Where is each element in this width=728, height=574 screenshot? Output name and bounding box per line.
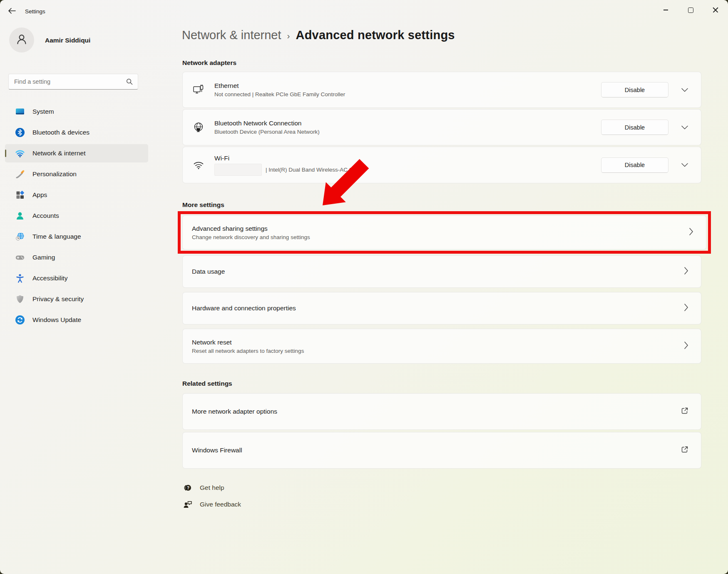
adapter-row-ethernet[interactable]: Ethernet Not connected | Realtek PCIe Gb… xyxy=(182,72,701,108)
red-highlight-box: Advanced sharing settings Change network… xyxy=(178,211,711,254)
sidebar-item-personalization[interactable]: Personalization xyxy=(5,165,148,183)
row-text: Hardware and connection properties xyxy=(192,304,684,312)
titlebar: Settings xyxy=(0,0,728,22)
adapter-subtitle: Bluetooth Device (Personal Area Network) xyxy=(214,129,601,135)
sidebar-item-apps[interactable]: Apps xyxy=(5,186,148,204)
row-subtitle: Reset all network adapters to factory se… xyxy=(192,348,684,354)
caption-controls xyxy=(653,0,728,20)
row-more-network-adapter-options[interactable]: More network adapter options xyxy=(182,393,701,430)
minimize-button[interactable] xyxy=(653,0,678,20)
row-title: More network adapter options xyxy=(192,408,681,415)
row-title: Data usage xyxy=(192,268,684,275)
disable-button-ethernet[interactable]: Disable xyxy=(601,82,668,97)
adapter-subtitle: Not connected | Realtek PCIe GbE Family … xyxy=(214,91,601,97)
sidebar-item-accessibility[interactable]: Accessibility xyxy=(5,269,148,287)
give-feedback-label: Give feedback xyxy=(200,501,241,508)
sidebar-item-time-language[interactable]: Time & language xyxy=(5,227,148,246)
disable-button-wifi[interactable]: Disable xyxy=(601,157,668,173)
bluetooth-icon xyxy=(15,127,25,137)
sidebar-item-label: Accessibility xyxy=(32,275,67,282)
user-name: Aamir Siddiqui xyxy=(45,37,90,44)
breadcrumb-parent[interactable]: Network & internet xyxy=(182,28,281,42)
sidebar-item-label: System xyxy=(32,108,54,115)
red-annotation-arrow xyxy=(291,157,373,211)
back-arrow-icon xyxy=(8,8,16,15)
ethernet-adapter-icon xyxy=(192,83,205,97)
adapter-row-wifi[interactable]: Wi-Fi | Intel(R) Dual Band Wireless-AC 3… xyxy=(182,147,701,183)
sidebar-item-label: Windows Update xyxy=(32,316,81,324)
section-label-more-settings: More settings xyxy=(182,201,224,209)
row-hardware-connection-properties[interactable]: Hardware and connection properties xyxy=(182,292,701,324)
chevron-down-icon[interactable] xyxy=(679,87,690,92)
windows-update-icon xyxy=(15,315,25,325)
maximize-icon xyxy=(688,7,693,13)
adapter-text: Bluetooth Network Connection Bluetooth D… xyxy=(214,120,601,135)
sidebar-item-network-internet[interactable]: Network & internet xyxy=(5,144,148,162)
chevron-down-icon[interactable] xyxy=(679,162,690,167)
settings-window: Settings Aamir Siddiqui System xyxy=(0,0,728,574)
privacy-security-icon xyxy=(15,294,25,304)
adapter-title: Wi-Fi xyxy=(214,155,601,162)
sidebar-item-label: Time & language xyxy=(32,233,81,240)
time-language-icon xyxy=(15,232,25,242)
row-text: Advanced sharing settings Change network… xyxy=(192,225,689,240)
svg-text:?: ? xyxy=(187,486,189,490)
chevron-right-icon xyxy=(689,227,693,237)
sidebar-item-system[interactable]: System xyxy=(5,102,148,121)
get-help-link[interactable]: ? Get help xyxy=(182,482,224,493)
gaming-icon xyxy=(15,252,25,262)
bluetooth-network-icon xyxy=(192,121,205,134)
search-box[interactable] xyxy=(8,74,138,90)
minimize-icon xyxy=(663,10,668,10)
apps-icon xyxy=(15,190,25,200)
sidebar-item-windows-update[interactable]: Windows Update xyxy=(5,311,148,329)
section-label-network-adapters: Network adapters xyxy=(182,59,236,67)
chevron-right-icon xyxy=(684,303,688,313)
personalization-icon xyxy=(15,169,25,179)
search-input[interactable] xyxy=(9,78,126,85)
disable-button-bluetooth[interactable]: Disable xyxy=(601,120,668,135)
sidebar-item-label: Accounts xyxy=(32,212,59,220)
avatar[interactable] xyxy=(9,27,34,52)
give-feedback-link[interactable]: Give feedback xyxy=(182,499,241,510)
row-title: Windows Firewall xyxy=(192,447,681,454)
chevron-right-icon xyxy=(684,267,688,277)
row-text: Network reset Reset all network adapters… xyxy=(192,339,684,354)
sidebar-item-label: Network & internet xyxy=(32,150,86,157)
close-button[interactable] xyxy=(703,0,728,20)
sidebar-item-accounts[interactable]: Accounts xyxy=(5,207,148,225)
breadcrumb-separator-icon: › xyxy=(287,30,290,41)
sidebar-item-label: Personalization xyxy=(32,170,77,178)
get-help-icon: ? xyxy=(182,482,193,493)
page-title: Advanced network settings xyxy=(296,28,455,42)
selected-accent-bar xyxy=(5,150,6,157)
sidebar-item-label: Gaming xyxy=(32,254,55,261)
adapter-row-bluetooth[interactable]: Bluetooth Network Connection Bluetooth D… xyxy=(182,109,701,145)
sidebar-item-privacy-security[interactable]: Privacy & security xyxy=(5,290,148,308)
search-icon xyxy=(126,78,133,85)
back-button[interactable] xyxy=(4,4,19,19)
window-title: Settings xyxy=(25,8,45,15)
chevron-down-icon[interactable] xyxy=(679,125,690,130)
row-subtitle: Change network discovery and sharing set… xyxy=(192,234,689,240)
row-text: Data usage xyxy=(192,268,684,275)
row-advanced-sharing-settings[interactable]: Advanced sharing settings Change network… xyxy=(182,215,706,250)
external-link-icon xyxy=(681,407,688,416)
network-internet-icon xyxy=(15,148,25,158)
row-text: More network adapter options xyxy=(192,408,681,415)
chevron-right-icon xyxy=(684,341,688,351)
row-network-reset[interactable]: Network reset Reset all network adapters… xyxy=(182,329,701,364)
close-icon xyxy=(713,7,718,13)
sidebar-item-label: Bluetooth & devices xyxy=(32,129,89,136)
wifi-adapter-icon xyxy=(192,158,205,172)
adapter-title: Ethernet xyxy=(214,82,601,90)
external-link-icon xyxy=(681,446,688,455)
maximize-button[interactable] xyxy=(678,0,703,20)
sidebar-item-gaming[interactable]: Gaming xyxy=(5,248,148,267)
row-data-usage[interactable]: Data usage xyxy=(182,255,701,288)
sidebar-item-bluetooth-devices[interactable]: Bluetooth & devices xyxy=(5,123,148,142)
adapter-text: Wi-Fi | Intel(R) Dual Band Wireless-AC 3… xyxy=(214,155,601,176)
give-feedback-icon xyxy=(182,499,193,510)
row-windows-firewall[interactable]: Windows Firewall xyxy=(182,432,701,469)
breadcrumb: Network & internet › Advanced network se… xyxy=(182,28,455,42)
